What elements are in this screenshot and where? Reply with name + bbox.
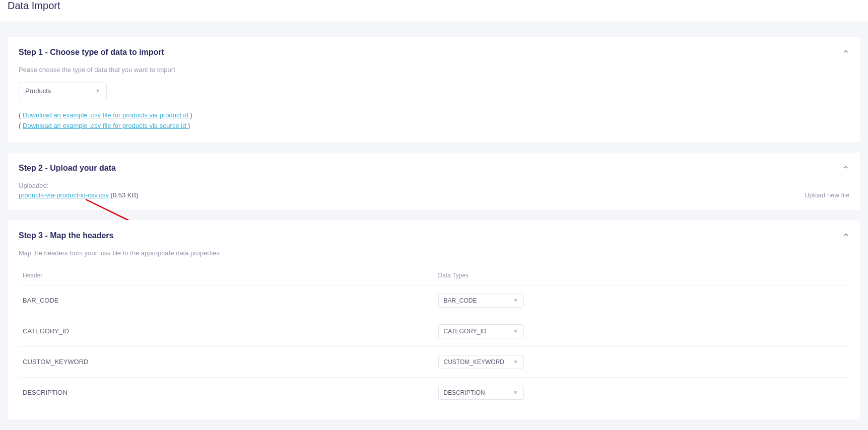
step3-title: Step 3 - Map the headers: [19, 231, 849, 240]
step2-title: Step 2 - Upload your data: [19, 164, 849, 173]
download-example-sourceid-line: ( Download an example .csv file for prod…: [19, 121, 849, 131]
step1-card: Step 1 - Choose type of data to import P…: [8, 37, 860, 142]
collapse-icon[interactable]: [842, 231, 849, 240]
uploaded-label: Uploaded:: [19, 182, 138, 189]
download-example-productid-link[interactable]: Download an example .csv file for produc…: [23, 111, 190, 119]
datatype-select-value: BAR_CODE: [444, 297, 477, 304]
table-col-header: Header: [19, 266, 434, 285]
uploaded-file-link[interactable]: products-via-product-id-csv.csv: [19, 191, 111, 199]
collapse-icon[interactable]: [842, 48, 849, 56]
datatype-select[interactable]: CATEGORY_ID▼: [438, 324, 524, 338]
caret-down-icon: ▼: [513, 328, 518, 334]
datatype-select[interactable]: DESCRIPTION▼: [438, 386, 524, 400]
step1-title: Step 1 - Choose type of data to import: [19, 48, 849, 57]
paren-close: ): [188, 122, 190, 129]
table-row: BAR_CODEBAR_CODE▼: [19, 285, 849, 316]
table-row: DESCRIPTIONDESCRIPTION▼: [19, 377, 849, 408]
header-cell: BAR_CODE: [19, 285, 434, 316]
download-example-productid-line: ( Download an example .csv file for prod…: [19, 110, 849, 121]
step3-card: Step 3 - Map the headers Map the headers…: [8, 220, 860, 419]
step3-subtitle: Map the headers from your .csv file to t…: [19, 249, 849, 257]
header-cell: DESCRIPTION: [19, 377, 434, 408]
datatype-select-value: CUSTOM_KEYWORD: [444, 359, 504, 366]
table-row: CUSTOM_KEYWORDCUSTOM_KEYWORD▼: [19, 346, 849, 377]
uploaded-file-size: (0.53 KB): [111, 191, 139, 199]
datatype-cell: DESCRIPTION▼: [434, 377, 850, 408]
uploaded-file: products-via-product-id-csv.csv (0.53 KB…: [19, 191, 138, 199]
header-cell: CUSTOM_KEYWORD: [19, 346, 434, 377]
step2-card: Step 2 - Upload your data Uploaded: prod…: [8, 153, 860, 210]
page-title: Data Import: [0, 0, 868, 22]
datatype-select-value: CATEGORY_ID: [444, 328, 487, 335]
paren-open: (: [19, 122, 23, 129]
caret-down-icon: ▼: [95, 88, 100, 94]
datatype-select-value: DESCRIPTION: [444, 389, 485, 396]
download-example-sourceid-link[interactable]: Download an example .csv file for produc…: [23, 122, 188, 129]
table-row: CATEGORY_IDCATEGORY_ID▼: [19, 316, 849, 346]
caret-down-icon: ▼: [513, 298, 518, 303]
datatype-select[interactable]: BAR_CODE▼: [438, 294, 524, 308]
datatype-select[interactable]: CUSTOM_KEYWORD▼: [438, 355, 524, 369]
step1-subtitle: Pease choose the type of data that you w…: [19, 66, 849, 74]
datatype-cell: BAR_CODE▼: [434, 285, 850, 316]
data-type-select-value: Products: [25, 87, 51, 95]
paren-close: ): [190, 111, 192, 119]
header-cell: CATEGORY_ID: [19, 316, 434, 346]
collapse-icon[interactable]: [842, 164, 849, 172]
datatype-cell: CUSTOM_KEYWORD▼: [434, 346, 850, 377]
caret-down-icon: ▼: [513, 359, 518, 365]
paren-open: (: [19, 111, 23, 119]
header-mapping-table: Header Data Types BAR_CODEBAR_CODE▼CATEG…: [19, 266, 849, 408]
upload-new-file-button[interactable]: Upload new file: [805, 191, 849, 199]
table-col-datatype: Data Types: [434, 266, 850, 285]
datatype-cell: CATEGORY_ID▼: [434, 316, 850, 346]
content-wrapper: Step 1 - Choose type of data to import P…: [0, 22, 868, 430]
data-type-select[interactable]: Products ▼: [19, 83, 107, 99]
caret-down-icon: ▼: [513, 390, 518, 395]
